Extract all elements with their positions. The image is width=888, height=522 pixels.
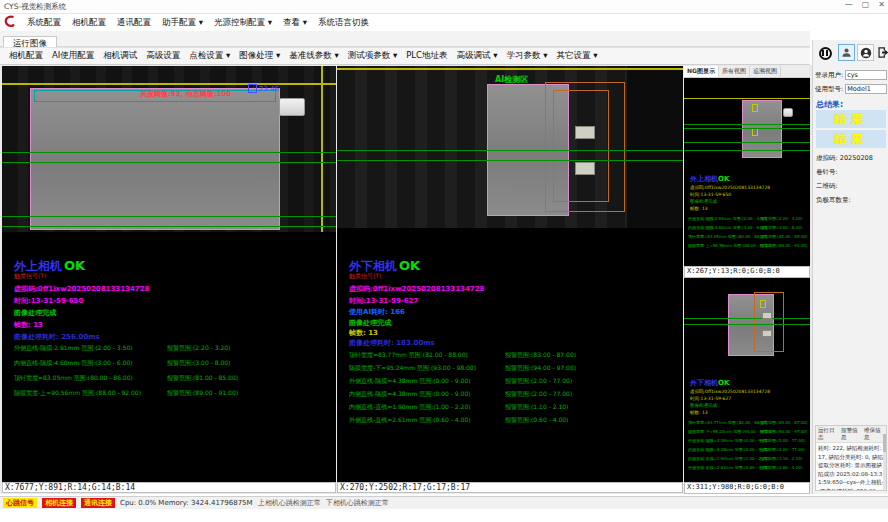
alarm-range: 报警范围:(3.00 - 8.00) bbox=[167, 359, 230, 368]
toolbar-other-settings[interactable]: 其它设置 ▾ bbox=[556, 50, 597, 62]
virtual-code-line: 虚拟码:0ff1ixw20250208133134728 bbox=[690, 389, 770, 394]
login-user-field[interactable]: cys bbox=[845, 70, 887, 80]
upper-camera-view[interactable]: 灰度阈值:93, 动态阈值:100 23.46 外上相机OK 触发信号(T) 虚… bbox=[2, 66, 336, 482]
alarm-range: 报警范围:(3.00 - 8.00) bbox=[760, 225, 802, 230]
lower-camera-mini-view[interactable]: 外下相机OK 虚拟码:0ff1ixw20250208133134728 时间:1… bbox=[684, 278, 810, 482]
lower-camera-image[interactable]: AI检测区 bbox=[337, 66, 683, 228]
marker-box bbox=[248, 84, 257, 93]
measurement-value: 外侧直线-隔膜:2.91mm 范围:(2.00 - 3.50) bbox=[688, 216, 767, 221]
minimize-icon[interactable]: — bbox=[845, 0, 853, 9]
upper-mini-statusbar: X:267;Y:13;R:0;G:0;B:0 bbox=[684, 266, 810, 278]
user-login-button[interactable] bbox=[838, 44, 855, 61]
menu-item-system-config[interactable]: 系统配置 bbox=[27, 17, 61, 29]
measure-line bbox=[684, 128, 810, 129]
process-done-line: 图像处理完成 bbox=[690, 199, 717, 204]
alarm-range: 报警范围:(1.10 - 2.10) bbox=[760, 456, 802, 461]
close-icon[interactable]: ✕ bbox=[878, 0, 885, 9]
alarm-range: 报警范围:(1.10 - 2.10) bbox=[505, 403, 568, 412]
lower-mini-statusbar: X:311;Y:980;R:0;G:0;B:0 bbox=[684, 482, 810, 494]
exit-button[interactable] bbox=[874, 44, 888, 61]
measurement-row: 内侧直线-直线=1.90mm 范围:(1.00 - 2.20)报警范围:(1.1… bbox=[337, 403, 683, 413]
measure-line bbox=[684, 150, 810, 151]
log-tab-run[interactable]: 运行日志 bbox=[818, 427, 838, 441]
tab-row: 运行图像 bbox=[0, 31, 810, 47]
process-elapsed-line: 图像处理耗时: 183.00ms bbox=[349, 338, 435, 348]
maximize-icon[interactable]: ▢ bbox=[862, 0, 870, 9]
log-scrollbar-thumb[interactable] bbox=[883, 434, 886, 452]
negative-tab-count-label: 负极耳数量: bbox=[816, 196, 851, 205]
trigger-label: 触发信号(T) bbox=[349, 272, 381, 281]
log-tab-maintenance[interactable]: 维保信息 bbox=[864, 427, 884, 441]
measurement-row: 隔膜宽度-上=90.56mm 范围:(88.00 - 92.00)报警范围:(8… bbox=[2, 389, 336, 399]
time-line: 时间:13-31-59-627 bbox=[690, 396, 731, 401]
toolbar-camera-debug[interactable]: 相机调试 bbox=[103, 50, 137, 62]
lower-camera-heartbeat: 下相机心跳检测正常 bbox=[326, 498, 389, 508]
measurement-value: 内侧直线-直线=1.90mm 范围:(1.00 - 2.20) bbox=[349, 403, 471, 412]
tab-all-views[interactable]: 所有视图 bbox=[719, 66, 750, 77]
toolbar-plc-address[interactable]: PLC地址表 bbox=[406, 50, 447, 62]
frame-count-line: 帧数: 13 bbox=[349, 328, 378, 338]
toolbar-image-processing[interactable]: 图像处理 ▾ bbox=[239, 50, 280, 62]
lower-camera-view[interactable]: AI检测区 外下相机OK 触发信号(T) 虚拟码:0ff1ixw20250208… bbox=[337, 66, 683, 482]
menu-item-assistant-config[interactable]: 助手配置 ▾ bbox=[162, 17, 203, 29]
alarm-range: 报警范围:(2.00 - 77.00) bbox=[505, 390, 572, 399]
defect-marker-box bbox=[760, 300, 766, 308]
alarm-range: 报警范围:(94.00 - 97.00) bbox=[505, 364, 576, 373]
toolbar-spot-check[interactable]: 点检设置 ▾ bbox=[189, 50, 230, 62]
measurement-value: 内侧直线-直线=1.90mm 范围:(1.00 - 2.20) bbox=[688, 456, 769, 461]
menu-item-language-switch[interactable]: 系统语言切换 bbox=[318, 17, 369, 29]
measurement-value: 内侧直线-隔膜:4.60mm 范围:(3.00 - 6.00) bbox=[688, 225, 767, 230]
log-tab-alarm[interactable]: 报警信息 bbox=[841, 427, 861, 441]
toolbar-advanced-settings[interactable]: 高级设置 bbox=[146, 50, 180, 62]
metal-clip bbox=[762, 330, 772, 337]
menu-item-light-config[interactable]: 光源控制配置 ▾ bbox=[214, 17, 272, 29]
pause-button[interactable] bbox=[815, 43, 835, 63]
toolbar-baseline-params[interactable]: 基准线参数 ▾ bbox=[289, 50, 338, 62]
comm-connection-badge: 通讯连接 bbox=[81, 498, 115, 508]
toolbar-advanced-debug[interactable]: 高级调试 ▾ bbox=[457, 50, 498, 62]
alarm-range: 报警范围:(2.00 - 77.00) bbox=[760, 438, 805, 443]
model-field[interactable]: Model1 bbox=[845, 84, 887, 94]
menu-item-view[interactable]: 查看 ▾ bbox=[283, 17, 307, 29]
toolbar-camera-config[interactable]: 相机配置 bbox=[9, 50, 43, 62]
virtual-code-line: 虚拟码:0ff1ixw20250208133134728 bbox=[14, 284, 149, 294]
bottom-status-bar: 心跳信号 相机连接 通讯连接 Cpu: 0.0% Memory: 3424.41… bbox=[0, 496, 888, 509]
tab-trace-views[interactable]: 追溯视图 bbox=[750, 66, 781, 77]
alarm-range: 报警范围:(0.60 - 4.00) bbox=[760, 465, 802, 470]
dark-region bbox=[627, 66, 683, 228]
result-ok-label: OK bbox=[718, 379, 729, 387]
measurement-value: 顶针宽度=83.77mm 范围:(82.00 - 88.00) bbox=[688, 420, 767, 425]
log-panel[interactable]: 运行日志 报警信息 维保信息 耗时: 222, 缺陷检测耗时: 17, 缺陷分类… bbox=[815, 425, 887, 491]
metal-clip bbox=[575, 126, 595, 139]
upper-camera-statusbar: X:7677;Y:891;R:14;G:14;B:14 bbox=[2, 482, 336, 493]
measure-line bbox=[2, 226, 336, 227]
measurement-row: 内侧直线-隔膜:4.60mm 范围:(3.00 - 6.00)报警范围:(3.0… bbox=[2, 359, 336, 369]
menu-item-comm-config[interactable]: 通讯配置 bbox=[117, 17, 151, 29]
qr-code-label: 二维码: bbox=[816, 182, 838, 191]
measure-line bbox=[2, 152, 336, 153]
pause-icon bbox=[819, 47, 832, 60]
tab-ng-view[interactable]: NG图显示 bbox=[684, 66, 719, 77]
marker-value: 23.46 bbox=[259, 85, 279, 93]
measurement-row: 外侧直线-直线=2.61mm 范围:(0.60 - 4.00)报警范围:(0.6… bbox=[337, 416, 683, 426]
upper-camera-mini-view[interactable]: 外上相机OK 虚拟码:0ff1ixw20250208133134728 时间:1… bbox=[684, 78, 810, 266]
alarm-range: 报警范围:(2.20 - 3.20) bbox=[167, 344, 230, 353]
camera-name: 外下相机 bbox=[690, 379, 718, 387]
user-manage-button[interactable] bbox=[857, 44, 874, 61]
trigger-label: 触发信号(T) bbox=[14, 272, 46, 281]
upper-camera-image[interactable]: 灰度阈值:93, 动态阈值:100 23.46 bbox=[2, 66, 336, 232]
menu-item-camera-config[interactable]: 相机配置 bbox=[72, 17, 106, 29]
measurement-value: 外侧直线-隔膜=4.38mm 范围:(0.00 - 9.00) bbox=[688, 438, 769, 443]
alarm-range: 报警范围:(83.00 - 87.00) bbox=[760, 420, 807, 425]
result-ok-label: OK bbox=[64, 258, 85, 273]
toolbar-learning-params[interactable]: 学习参数 ▾ bbox=[506, 50, 547, 62]
metal-clip bbox=[762, 312, 772, 319]
baseline-yellow-line bbox=[2, 83, 336, 85]
menu-bar: 系统配置 相机配置 通讯配置 助手配置 ▾ 光源控制配置 ▾ 查看 ▾ 系统语言… bbox=[0, 14, 888, 31]
camera-result-title: 外上相机OK bbox=[690, 174, 729, 184]
camera-name: 外下相机 bbox=[349, 259, 397, 273]
frame-count-line: 帧数: 13 bbox=[690, 410, 708, 415]
toolbar-ai-usage-config[interactable]: AI使用配置 bbox=[52, 50, 94, 62]
toolbar-test-params[interactable]: 测试项参数 ▾ bbox=[348, 50, 397, 62]
measure-line bbox=[337, 150, 683, 151]
